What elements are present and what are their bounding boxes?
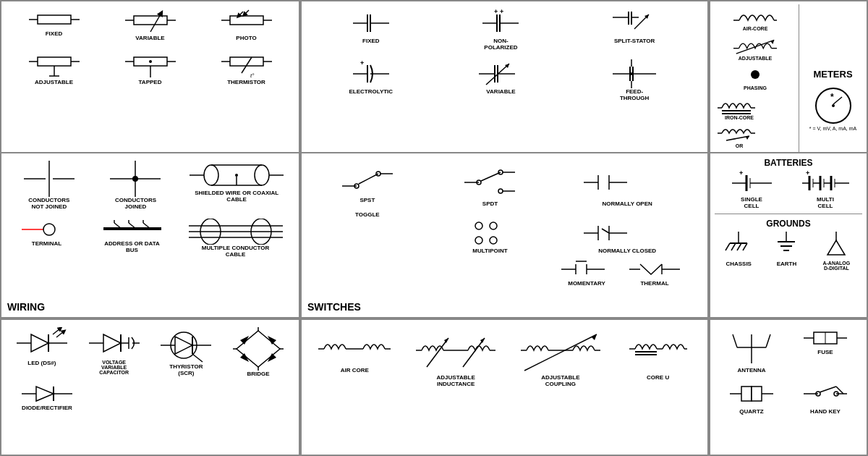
misc-handkey: HAND KEY: [796, 379, 854, 415]
svg-point-129: [475, 222, 482, 229]
switches-label: SWITCHES: [307, 301, 361, 313]
sw-momentary-label: MOMENTARY: [568, 280, 605, 287]
diode-rect: DIODE/RECTIFIER: [7, 383, 87, 411]
misc-antenna-label: ANTENNA: [737, 367, 765, 373]
gnd-chassis: CHASSIS: [717, 232, 760, 267]
svg-marker-202: [36, 387, 54, 401]
sw-thermal-label: THERMAL: [640, 280, 668, 287]
wire-joined: CONDUCTORSJOINED: [99, 161, 171, 210]
sw-spdt: SPDT: [457, 161, 522, 207]
svg-line-215: [463, 338, 485, 367]
wire-coax: SHIELDED WIRE OR COAXIAL CABLE: [186, 161, 287, 203]
inductor-air: AIR-CORE: [730, 6, 780, 31]
resistor-tapped-label: TAPPED: [139, 79, 162, 85]
misc-handkey-label: HAND KEY: [810, 408, 841, 415]
resistor-fixed-label: FIXED: [46, 30, 63, 37]
wiring-cell: CONDUCTORSNOT JOINED CONDUCTORSJOINED: [0, 152, 300, 318]
svg-line-73: [726, 136, 749, 140]
svg-point-97: [235, 174, 238, 177]
diode-bridge-label: BRIDGE: [247, 371, 270, 377]
svg-point-59: [630, 72, 633, 75]
cap-variable: VARIABLE: [472, 59, 529, 95]
svg-line-165: [731, 243, 736, 250]
sw-thermal: THERMAL: [622, 258, 687, 287]
bat-multi: + MULTICELL: [796, 171, 854, 209]
xfmr-adj-coup-label: ADJUSTABLECOUPLING: [541, 374, 579, 387]
svg-text:+: +: [360, 59, 364, 67]
resistor-fixed: FIXED: [22, 9, 87, 37]
resistor-variable-label: VARIABLE: [135, 35, 164, 41]
xfmr-air: AIR CORE: [315, 327, 394, 373]
xfmr-core-u-label: CORE U: [647, 374, 669, 381]
resistor-thermistor: t° THERMISTOR: [214, 50, 279, 85]
cap-feedthrough: FEED-THROUGH: [602, 59, 667, 101]
meters-header: METERS: [813, 69, 852, 80]
svg-point-131: [475, 237, 482, 244]
sw-nc-area: NORMALLY CLOSED: [580, 211, 674, 254]
svg-line-246: [836, 387, 843, 394]
diode-scr-label: THYRISTOR(SCR): [169, 363, 203, 376]
misc-antenna: ANTENNA: [723, 327, 780, 373]
resistor-photo: PHOTO: [214, 9, 279, 41]
svg-line-179: [56, 332, 64, 337]
svg-point-66: [751, 70, 760, 79]
svg-line-164: [726, 243, 730, 250]
resistor-variable: VARIABLE: [118, 9, 183, 41]
ind-adj-label: ADJUSTABLE: [739, 56, 773, 61]
wire-bus-label: ADDRESS OR DATABUS: [104, 240, 160, 253]
wiring-label: WIRING: [7, 301, 45, 313]
misc-cell: ANTENNA FUSE: [709, 318, 868, 456]
svg-line-178: [53, 329, 60, 334]
cap-fixed-label: FIXED: [362, 38, 380, 44]
svg-rect-1: [38, 15, 71, 24]
wire-bus: ADDRESS OR DATABUS: [96, 219, 169, 253]
gnd-earth: EARTH: [765, 232, 808, 267]
svg-marker-192: [237, 331, 280, 367]
svg-line-221: [524, 334, 597, 371]
diodes-cell: LED (DS#) VOLTAGEVARIABLECAPACITOR: [0, 318, 300, 456]
ind-air-label: AIR-CORE: [743, 26, 768, 31]
inductor-adjustable: ADJUSTABLE: [730, 34, 780, 61]
inductor-phasing: PHASING: [739, 64, 772, 90]
svg-rect-8: [230, 16, 263, 25]
wire-joined-label: CONDUCTORSJOINED: [115, 197, 156, 210]
svg-line-233: [766, 334, 770, 347]
svg-point-90: [132, 176, 138, 182]
svg-point-123: [498, 189, 503, 193]
bat-multi-label: MULTICELL: [817, 196, 834, 209]
wire-terminal: TERMINAL: [14, 219, 80, 247]
svg-line-120: [481, 172, 501, 181]
svg-line-115: [359, 174, 378, 184]
cap-feedthrough-label: FEED-THROUGH: [620, 88, 649, 101]
cap-fixed: FIXED: [342, 9, 400, 44]
svg-text:*: *: [830, 92, 834, 102]
resistor-adjustable-label: ADJUSTABLE: [35, 79, 73, 85]
resistor-tapped: TAPPED: [118, 50, 183, 85]
diode-led: LED (DS#): [9, 327, 75, 366]
sw-no-label: NORMALLY OPEN: [602, 200, 652, 207]
page-container: FIXED VARIABLE: [0, 0, 868, 456]
svg-point-93: [204, 165, 218, 185]
transformers-cell: AIR CORE: [300, 318, 709, 456]
resistor-adjustable: ADJUSTABLE: [22, 50, 87, 85]
bat-single-label: SINGLECELL: [741, 196, 762, 209]
svg-point-82: [832, 104, 835, 107]
diode-varactor-label: VOLTAGEVARIABLECAPACITOR: [99, 360, 129, 375]
diode-rect-label: DIODE/RECTIFIER: [22, 405, 72, 411]
svg-point-132: [490, 237, 497, 244]
misc-fuse-label: FUSE: [817, 349, 833, 355]
cap-variable-label: VARIABLE: [486, 88, 515, 95]
sw-multipoint-area: MULTIPOINT: [457, 211, 522, 254]
sw-no: NORMALLY OPEN: [580, 161, 674, 207]
svg-marker-187: [175, 337, 192, 354]
cap-electrolytic: + ELECTROLYTIC: [342, 59, 400, 95]
ind-iron-label: IRON-CORE: [725, 115, 754, 120]
wire-notjoined: CONDUCTORSNOT JOINED: [13, 161, 85, 210]
svg-marker-181: [103, 334, 121, 352]
sw-spst-label: SPST: [359, 197, 375, 203]
svg-line-167: [743, 243, 747, 250]
gnd-analog: A-ANALOGD-DIGITAL: [813, 232, 860, 271]
sw-spst: SPST: [335, 161, 400, 203]
gnd-earth-label: EARTH: [777, 261, 797, 267]
gnd-analog-label: A-ANALOGD-DIGITAL: [822, 261, 850, 271]
